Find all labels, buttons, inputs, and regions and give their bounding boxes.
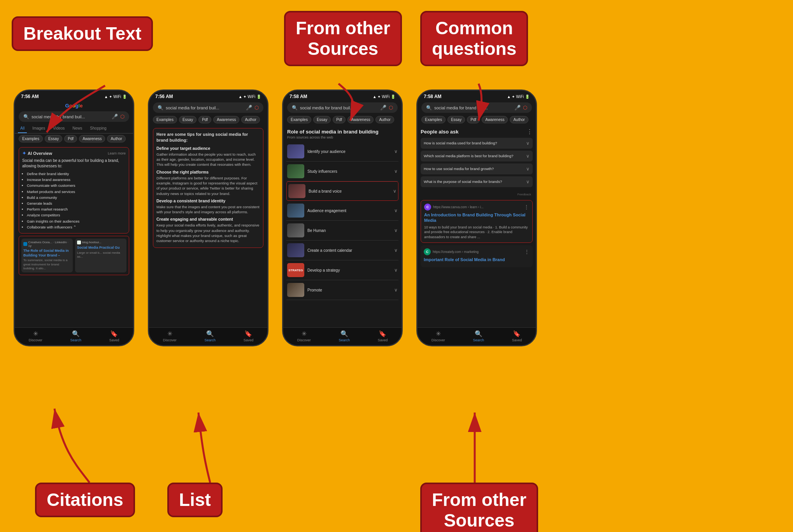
filter-pdf[interactable]: Pdf — [64, 135, 77, 142]
paa-item-2[interactable]: Which social media platform is best for … — [421, 151, 533, 162]
nav-saved-3[interactable]: 🔖 Saved — [378, 330, 388, 342]
chevron-down-icon-1: ∨ — [394, 149, 398, 154]
filter-essay-4[interactable]: Essay — [447, 116, 465, 123]
paa-item-3[interactable]: How to use social media for brand growth… — [421, 163, 533, 174]
source-item-6[interactable]: Create a content calendar ∨ — [286, 241, 398, 260]
filter-author-2[interactable]: Author — [241, 116, 260, 123]
citation-2-title: Social Media Practical Gu — [77, 246, 125, 250]
tip-title-3: Develop a consistent brand identity — [156, 198, 260, 203]
source-item-1[interactable]: Identify your audience ∨ — [286, 142, 398, 162]
nav-discover-label: Discover — [29, 338, 42, 342]
phone-1-icons: ▲ ✦ WiFi 🔋 — [104, 95, 127, 99]
lens-icon-4: ⬡ — [523, 105, 527, 111]
nav-saved-4[interactable]: 🔖 Saved — [512, 330, 522, 342]
filter-awareness-2[interactable]: Awareness — [213, 116, 239, 123]
phone-3-time: 7:58 AM — [289, 94, 307, 99]
phone-4-filters: Examples Essay Pdf Awareness Author — [418, 114, 536, 125]
search-nav-icon-4: 🔍 — [475, 330, 482, 337]
source-item-8[interactable]: Promote ∨ — [286, 280, 398, 300]
tab-all[interactable]: All — [18, 125, 27, 133]
sources-subtitle: From sources across the web — [286, 135, 398, 142]
learn-more-link[interactable]: Learn more — [108, 151, 126, 155]
mic-icon-3: 🎤 — [380, 105, 386, 111]
phone-1-tabs: All Images Videos News Shopping — [15, 123, 133, 133]
result-1-domain: https://www.canva.com › learn › i... — [433, 205, 522, 209]
nav-search-2[interactable]: 🔍 Search — [204, 330, 216, 342]
nav-discover-4[interactable]: ✳ Discover — [432, 330, 445, 342]
nav-search-4[interactable]: 🔍 Search — [473, 330, 484, 342]
source-item-2[interactable]: Study influencers ∨ — [286, 162, 398, 181]
source-item-5[interactable]: Be Human ∨ — [286, 221, 398, 241]
phone-4-wrapper: 7:58 AM ▲ ✦ WiFi 🔋 🔍 social media for br… — [416, 90, 537, 346]
filter-author[interactable]: Author — [107, 135, 125, 142]
filter-essay[interactable]: Essay — [45, 135, 62, 142]
result-2-more-icon[interactable]: ⋮ — [524, 249, 530, 255]
citations-label: Citations — [35, 483, 135, 517]
tab-news[interactable]: News — [70, 125, 84, 133]
discover-icon: ✳ — [33, 330, 38, 337]
nav-search-3[interactable]: 🔍 Search — [339, 330, 350, 342]
list-item: Analyze competitors — [27, 212, 126, 218]
nav-saved-2[interactable]: 🔖 Saved — [244, 330, 254, 342]
nav-saved[interactable]: 🔖 Saved — [109, 330, 119, 342]
result-2-source-row: C https://creately.com › marketing ⋮ — [424, 248, 530, 255]
citation-card-1[interactable]: Creatives Ocea... · LinkedIn · 1y The Ro… — [21, 239, 73, 273]
saved-icon-3: 🔖 — [379, 330, 386, 337]
phone-2-wrapper: 7:56 AM ▲ ✦ WiFi 🔋 🔍 social media for br… — [148, 90, 268, 346]
phone-3-content: Role of social media in brand building F… — [283, 125, 402, 327]
chevron-down-icon-6: ∨ — [394, 248, 398, 253]
nav-search[interactable]: 🔍 Search — [70, 330, 81, 342]
tab-images[interactable]: Images — [30, 125, 47, 133]
filter-awareness[interactable]: Awareness — [79, 135, 105, 142]
mic-icon-2: 🎤 — [246, 105, 252, 111]
filter-pdf-2[interactable]: Pdf — [198, 116, 211, 123]
filter-awareness-4[interactable]: Awareness — [482, 116, 508, 123]
phone-2-bottom-nav: ✳ Discover 🔍 Search 🔖 Saved — [149, 327, 267, 345]
filter-author-3[interactable]: Author — [375, 116, 394, 123]
filter-essay-3[interactable]: Essay — [313, 116, 331, 123]
source-item-3[interactable]: Build a brand voice ∨ — [286, 181, 398, 201]
list-item: Collaborate with influencers ⌃ — [27, 224, 126, 230]
phone-1-search-bar[interactable]: 🔍 social media for brand buil... 🎤 ⬡ — [19, 111, 129, 122]
list-item: Build a community — [27, 195, 126, 200]
chevron-down-icon-7: ∨ — [394, 267, 398, 273]
phone-2-search-bar[interactable]: 🔍 social media for brand buil... 🎤 ⬡ — [153, 102, 263, 113]
paa-more-icon[interactable]: ⋮ — [526, 128, 533, 135]
filter-examples-3[interactable]: Examples — [287, 116, 311, 123]
nav-discover[interactable]: ✳ Discover — [29, 330, 42, 342]
nav-discover-2[interactable]: ✳ Discover — [163, 330, 177, 342]
filter-examples-4[interactable]: Examples — [421, 116, 446, 123]
paa-item-4[interactable]: What is the purpose of social media for … — [421, 176, 533, 187]
phone-4-search-bar[interactable]: 🔍 social media for brand buil... 🎤 ⬡ — [421, 102, 532, 113]
source-item-7[interactable]: STRATEG Develop a strategy ∨ — [286, 260, 398, 280]
tab-shopping[interactable]: Shopping — [88, 125, 109, 133]
citation-card-2[interactable]: blog.hootsui... Social Media Practical G… — [75, 239, 126, 273]
paa-question-4: What is the purpose of social media for … — [424, 179, 526, 184]
filter-essay-2[interactable]: Essay — [179, 116, 196, 123]
filter-examples-2[interactable]: Examples — [153, 116, 177, 123]
from-other-sources-top-label: From otherSources — [284, 11, 402, 66]
list-item: Gain insights on their audiences — [27, 218, 126, 224]
filter-awareness-3[interactable]: Awareness — [347, 116, 374, 123]
result-card-2[interactable]: C https://creately.com › marketing ⋮ Imp… — [421, 245, 533, 267]
phone-4: 7:58 AM ▲ ✦ WiFi 🔋 🔍 social media for br… — [416, 90, 537, 346]
chevron-down-icon-5: ∨ — [394, 228, 398, 233]
filter-pdf-3[interactable]: Pdf — [333, 116, 346, 123]
tab-videos[interactable]: Videos — [51, 125, 67, 133]
result-card-1[interactable]: C https://www.canva.com › learn › i... ⋮… — [421, 200, 533, 243]
filter-author-4[interactable]: Author — [510, 116, 528, 123]
source-item-4[interactable]: Audience engagement ∨ — [286, 201, 398, 221]
nav-discover-label-2: Discover — [163, 338, 177, 342]
filter-examples[interactable]: Examples — [19, 135, 43, 142]
list-item: Communicate with customers — [27, 183, 126, 188]
result-1-more-icon[interactable]: ⋮ — [524, 204, 529, 210]
phone-3: 7:58 AM ▲ ✦ WiFi 🔋 🔍 social media for br… — [282, 90, 403, 346]
paa-item-1[interactable]: How is social media used for brand build… — [421, 138, 533, 149]
phone-4-time: 7:58 AM — [424, 94, 442, 99]
nav-search-label: Search — [70, 338, 81, 342]
nav-discover-3[interactable]: ✳ Discover — [297, 330, 311, 342]
phone-3-status: 7:58 AM ▲ ✦ WiFi 🔋 — [283, 91, 402, 101]
filter-pdf-4[interactable]: Pdf — [467, 116, 480, 123]
phone-3-search-bar[interactable]: 🔍 social media for brand buil... 🎤 ⬡ — [287, 102, 398, 113]
nav-search-label-2: Search — [204, 338, 216, 342]
